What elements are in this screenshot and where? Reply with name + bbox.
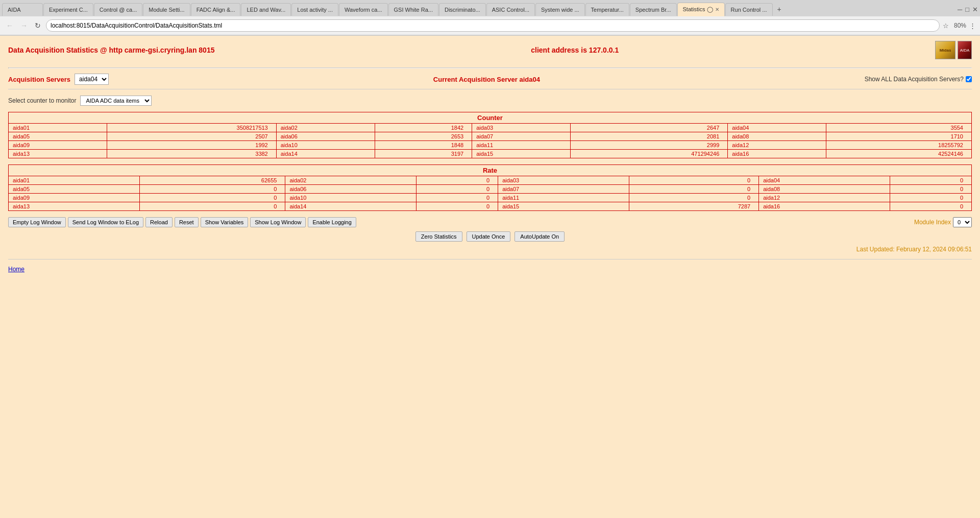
server-name-cell: aida03 [498, 176, 629, 185]
rate-table: aida0162655aida020aida030aida040aida050a… [8, 176, 972, 211]
server-name-cell: aida07 [472, 132, 571, 141]
server-name-cell: aida08 [759, 185, 890, 194]
page-title: Data Acquisition Statistics @ http carme… [8, 46, 214, 54]
tab-asic[interactable]: ASIC Control... [486, 3, 535, 16]
module-index-label: Module Index [914, 219, 951, 226]
counter-table: aida013508217513aida021842aida032647aida… [8, 123, 972, 158]
rate-value-cell: 0 [416, 185, 498, 194]
server-name-cell: aida07 [498, 185, 629, 194]
server-name-cell: aida11 [498, 194, 629, 202]
counter-value-cell: 3197 [375, 150, 472, 158]
page-content: Data Acquisition Statistics @ http carme… [0, 36, 980, 496]
counter-select-label: Select counter to monitor [8, 97, 76, 104]
rate-value-cell: 0 [416, 176, 498, 185]
tab-run[interactable]: Run Control ... [725, 3, 773, 16]
tab-control[interactable]: Control @ ca... [94, 3, 143, 16]
counter-value-cell: 1992 [107, 141, 276, 150]
nav-bar: ← → ↻ ☆ 80% ⋮ [0, 16, 980, 35]
server-name-cell: aida16 [728, 150, 826, 158]
server-name-cell: aida14 [285, 202, 416, 211]
counter-section: Counter aida013508217513aida021842aida03… [8, 112, 972, 158]
reload-button[interactable]: Reload [145, 217, 173, 227]
empty-log-button[interactable]: Empty Log Window [8, 217, 66, 227]
midas-logo: Midas [935, 41, 955, 59]
minimize-button[interactable]: ─ [958, 6, 962, 13]
auto-update-button[interactable]: AutoUpdate On [514, 231, 565, 242]
module-index-area: Module Index 0 [914, 217, 972, 227]
rate-section: Rate aida0162655aida020aida030aida040aid… [8, 164, 972, 211]
server-name-cell: aida10 [276, 141, 375, 150]
tab-spectrum[interactable]: Spectrum Br... [630, 3, 677, 16]
module-index-select[interactable]: 0 [953, 217, 972, 227]
tab-aida[interactable]: AIDA [2, 3, 43, 16]
new-tab-button[interactable]: + [773, 2, 786, 16]
tab-statistics[interactable]: Statistics ◯ ✕ [677, 3, 725, 16]
server-select[interactable]: aida04 [75, 74, 109, 85]
counter-value-cell: 2647 [570, 124, 727, 132]
send-log-button[interactable]: Send Log Window to ELog [68, 217, 143, 227]
server-name-cell: aida04 [759, 176, 890, 185]
close-button[interactable]: ✕ [972, 6, 978, 13]
tab-fadc[interactable]: FADC Align &... [191, 3, 241, 16]
bookmark-icon[interactable]: ☆ [943, 22, 949, 30]
server-name-cell: aida05 [9, 185, 140, 194]
server-name-cell: aida03 [472, 124, 571, 132]
acquisition-servers-label: Acquisition Servers [8, 76, 70, 83]
more-icon[interactable]: ⋮ [969, 22, 976, 30]
zoom-level: 80% [954, 22, 966, 29]
server-name-cell: aida14 [276, 150, 375, 158]
tab-bar: AIDA Experiment C... Control @ ca... Mod… [0, 0, 980, 16]
show-all-label: Show ALL Data Acquisition Servers? [865, 76, 964, 83]
server-right: Show ALL Data Acquisition Servers? [865, 76, 972, 83]
forward-button[interactable]: → [18, 20, 30, 31]
restore-button[interactable]: □ [965, 6, 969, 13]
buttons-row: Empty Log Window Send Log Window to ELog… [8, 217, 972, 227]
rate-value-cell: 0 [629, 176, 759, 185]
buttons-left: Empty Log Window Send Log Window to ELog… [8, 217, 356, 227]
tab-system[interactable]: System wide ... [535, 3, 585, 16]
back-button[interactable]: ← [4, 20, 15, 31]
server-row: Acquisition Servers aida04 Current Acqui… [8, 74, 972, 89]
home-link[interactable]: Home [8, 266, 24, 273]
show-all-checkbox[interactable] [966, 76, 972, 82]
server-name-cell: aida16 [759, 202, 890, 211]
show-variables-button[interactable]: Show Variables [201, 217, 249, 227]
tab-led[interactable]: LED and Wav... [241, 3, 291, 16]
browser-chrome: AIDA Experiment C... Control @ ca... Mod… [0, 0, 980, 36]
server-name-cell: aida09 [9, 141, 107, 150]
counter-value-cell: 42524146 [826, 150, 972, 158]
reset-button[interactable]: Reset [175, 217, 199, 227]
rate-section-header: Rate [8, 164, 972, 176]
server-name-cell: aida04 [728, 124, 826, 132]
table-row: aida091992aida101848aida112999aida121825… [9, 141, 972, 150]
tab-waveform[interactable]: Waveform ca... [339, 3, 388, 16]
rate-value-cell: 0 [629, 185, 759, 194]
tab-module[interactable]: Module Setti... [143, 3, 190, 16]
tab-close-icon[interactable]: ✕ [715, 7, 719, 12]
rate-value-cell: 0 [139, 185, 285, 194]
enable-logging-button[interactable]: Enable Logging [308, 217, 356, 227]
table-row: aida050aida060aida070aida080 [9, 185, 972, 194]
rate-value-cell: 0 [139, 202, 285, 211]
server-name-cell: aida02 [285, 176, 416, 185]
rate-value-cell: 7287 [629, 202, 759, 211]
show-log-window-button[interactable]: Show Log Window [250, 217, 306, 227]
server-name-cell: aida11 [472, 141, 571, 150]
counter-type-select[interactable]: AIDA ADC data items [80, 96, 152, 106]
reload-page-button[interactable]: ↻ [33, 20, 43, 31]
server-name-cell: aida15 [472, 150, 571, 158]
tab-gsi[interactable]: GSI White Ra... [388, 3, 438, 16]
rate-value-cell: 0 [416, 194, 498, 202]
zero-statistics-button[interactable]: Zero Statistics [415, 231, 462, 242]
tab-discriminator[interactable]: Discriminato... [439, 3, 486, 16]
address-bar[interactable] [46, 19, 940, 32]
tab-experiment[interactable]: Experiment C... [43, 3, 93, 16]
rate-value-cell: 0 [890, 194, 972, 202]
server-name-cell: aida05 [9, 132, 107, 141]
update-once-button[interactable]: Update Once [467, 231, 511, 242]
server-name-cell: aida13 [9, 202, 140, 211]
counter-section-header: Counter [8, 112, 972, 123]
tab-temp[interactable]: Temperatur... [585, 3, 629, 16]
tab-lost[interactable]: Lost activity ... [291, 3, 338, 16]
table-row: aida090aida100aida110aida120 [9, 194, 972, 202]
